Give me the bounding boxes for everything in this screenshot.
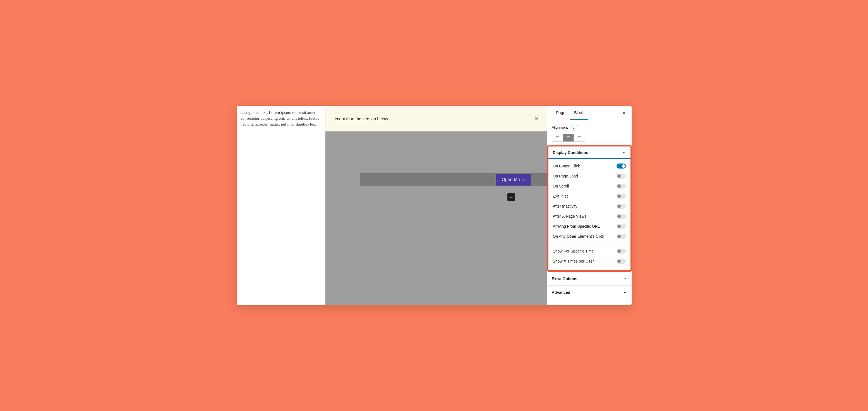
condition-row: Show For Specific Time (553, 246, 626, 256)
condition-label: On Scroll (553, 184, 569, 188)
chevron-up-icon (622, 150, 626, 155)
conditions-list: On Button ClickOn Page LoadOn ScrollExit… (549, 159, 630, 271)
align-right-button[interactable] (574, 134, 585, 141)
condition-toggle[interactable] (617, 163, 626, 168)
center-area: ecent than the version below. Open Me (326, 106, 547, 305)
condition-label: On Page Load (553, 174, 578, 178)
condition-label: After Inactivity (553, 204, 578, 209)
alignment-label: Alignment (552, 125, 568, 129)
condition-toggle[interactable] (617, 249, 626, 254)
open-me-button[interactable]: Open Me (496, 174, 531, 186)
editor-canvas[interactable]: Open Me (326, 131, 547, 305)
extra-options-header[interactable]: Extra Options (547, 272, 631, 285)
condition-label: Show For Specific Time (553, 249, 594, 253)
condition-row: On Any Other Element's Click (553, 231, 626, 241)
condition-row: Arriving From Specific URL (553, 221, 626, 231)
chevron-down-icon (623, 277, 627, 281)
chevron-right-icon (522, 178, 525, 182)
desktop-icon[interactable] (570, 124, 577, 131)
divider (549, 244, 630, 244)
close-icon[interactable] (533, 115, 540, 122)
condition-toggle[interactable] (617, 234, 626, 239)
condition-row: After Inactivity (553, 201, 626, 211)
advanced-title: Advanced (552, 290, 570, 295)
advanced-header[interactable]: Advanced (547, 285, 631, 299)
align-center-button[interactable] (563, 134, 574, 141)
alignment-section: Alignment (547, 120, 631, 145)
condition-toggle[interactable] (617, 173, 626, 179)
lorem-text[interactable]: change this text. Lorem ipsum dolor sit … (241, 109, 321, 127)
svg-rect-0 (572, 126, 575, 128)
condition-toggle[interactable] (617, 214, 626, 219)
condition-toggle[interactable] (617, 204, 626, 209)
block-container[interactable]: Open Me (360, 173, 547, 186)
left-panel: change this text. Lorem ipsum dolor sit … (237, 106, 326, 305)
condition-row: Exit Inlet (553, 191, 626, 201)
condition-toggle[interactable] (617, 194, 626, 199)
close-sidebar-icon[interactable] (620, 109, 627, 116)
extra-options-title: Extra Options (552, 277, 578, 281)
tab-page[interactable]: Page (552, 106, 570, 120)
condition-toggle[interactable] (617, 184, 626, 189)
tab-block[interactable]: Block (570, 106, 588, 120)
condition-row: On Scroll (553, 181, 626, 191)
display-conditions-highlight: Display Conditions On Button ClickOn Pag… (547, 145, 631, 272)
condition-row: After X Page Views (553, 211, 626, 221)
panel-body: Alignment (547, 120, 631, 305)
display-conditions-title: Display Conditions (553, 150, 588, 155)
app-window: change this text. Lorem ipsum dolor sit … (237, 106, 631, 305)
condition-label: On Any Other Element's Click (553, 234, 604, 239)
settings-sidebar: Page Block Alignment (547, 106, 631, 305)
align-left-button[interactable] (552, 134, 563, 141)
condition-row: Show X Times per User (553, 256, 626, 266)
condition-label: Exit Inlet (553, 194, 568, 198)
sidebar-tabs: Page Block (547, 106, 631, 120)
condition-toggle[interactable] (617, 259, 626, 264)
condition-label: Arriving From Specific URL (553, 224, 600, 228)
condition-row: On Page Load (553, 171, 626, 181)
condition-row: On Button Click (553, 161, 626, 171)
display-conditions-header[interactable]: Display Conditions (549, 147, 630, 159)
notice-text: ecent than the version below. (332, 116, 389, 121)
autosave-notice: ecent than the version below. (326, 106, 547, 131)
condition-label: After X Page Views (553, 214, 586, 219)
open-me-label: Open Me (502, 177, 520, 182)
add-block-button[interactable] (507, 193, 515, 201)
alignment-group (552, 134, 585, 142)
condition-label: On Button Click (553, 164, 580, 168)
plus-icon (508, 195, 514, 200)
chevron-down-icon (623, 290, 627, 295)
condition-toggle[interactable] (617, 224, 626, 229)
condition-label: Show X Times per User (553, 259, 594, 263)
